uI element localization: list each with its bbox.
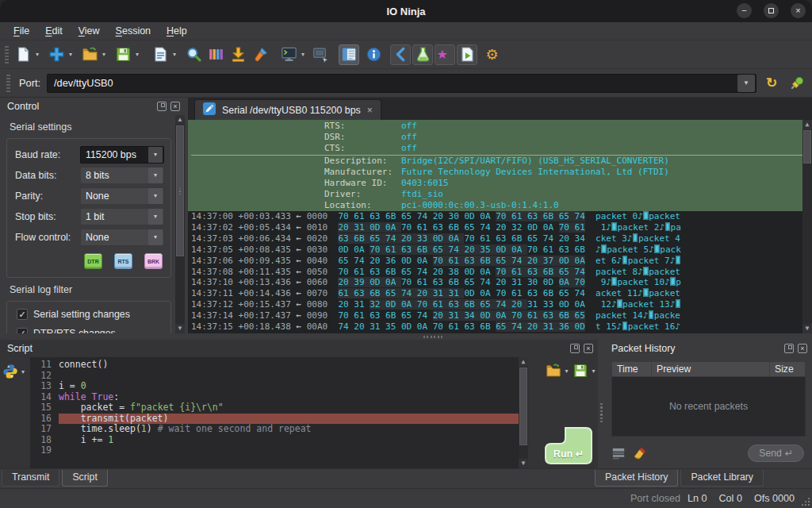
terminal-button[interactable] (278, 44, 299, 65)
run-script-button[interactable] (457, 44, 477, 65)
connect-button[interactable] (787, 73, 807, 94)
open-folder-button[interactable] (79, 44, 100, 65)
log-info-row[interactable]: Manufacturer:Future Technology Devices I… (191, 167, 802, 178)
details-button[interactable] (339, 44, 359, 65)
save-icon[interactable] (573, 363, 588, 379)
rts-button[interactable]: RTS (114, 253, 132, 269)
refresh-ports-button[interactable]: ↻ (761, 73, 782, 94)
legend-button[interactable] (205, 44, 226, 65)
scroll-up-icon[interactable]: ▲ (519, 357, 528, 367)
menu-item-session[interactable]: Session (109, 24, 158, 38)
editor-scrollbar-thumb[interactable] (519, 368, 527, 445)
log-info-row[interactable]: Location:pci-0000:0c:00.3-usb-0:1.4:1.0 (191, 200, 802, 211)
menu-item-help[interactable]: Help (159, 24, 194, 38)
chevron-down-icon[interactable]: ▾ (563, 368, 570, 375)
port-dropdown-arrow[interactable]: ▼ (737, 75, 755, 92)
resize-grip[interactable] (801, 497, 810, 506)
scroll-down-icon[interactable]: ▼ (175, 324, 185, 333)
menu-item-file[interactable]: File (6, 24, 36, 38)
chevron-down-icon[interactable]: ▾ (590, 368, 597, 375)
menu-item-view[interactable]: View (71, 24, 107, 38)
run-button[interactable]: Run ↵ (544, 427, 593, 464)
data-bits-combobox[interactable]: 8 bits▾ (80, 167, 164, 184)
log-hex-line[interactable]: 14:37:02 +00:05.434 ← 0010 20 31 0D 0A 7… (191, 222, 802, 233)
dtr-button[interactable]: DTR (84, 253, 102, 269)
checkbox-icon[interactable]: ✓ (17, 309, 28, 320)
float-panel-icon[interactable] (157, 102, 167, 111)
baud-rate-combobox[interactable]: 115200 bps▾ (80, 146, 164, 164)
log-info-row[interactable]: Hardware ID:0403:6015 (191, 178, 802, 189)
log-scrollbar[interactable]: ▲ ▼ (802, 120, 812, 333)
add-session-button[interactable] (46, 44, 67, 65)
clear-log-button[interactable] (250, 44, 270, 65)
hex-log[interactable]: 14:37:00 +00:03.433 ← 0000 70 61 63 6B 6… (188, 211, 802, 333)
info-button[interactable] (363, 44, 384, 65)
code-line[interactable]: 12 (30, 371, 519, 382)
log-info-row[interactable]: RTS:off (191, 121, 802, 132)
log-info-row[interactable]: Description:Bridge(I2C/SPI/UART/FIFO) (U… (191, 156, 802, 167)
log-hex-line[interactable]: 14:37:08 +00:11.435 ← 0050 70 61 63 6B 6… (191, 267, 802, 278)
script-language-selector[interactable]: ▾ (2, 364, 28, 381)
session-tab[interactable]: Serial /dev/ttyUSB0 115200 bps × (194, 99, 381, 120)
portbar-drag-handle[interactable] (6, 75, 10, 92)
chevron-down-icon[interactable]: ▾ (148, 147, 163, 163)
scroll-down-icon[interactable]: ▼ (519, 459, 528, 468)
code-line[interactable]: 19 (30, 445, 519, 456)
log-info-row[interactable]: Driver:ftdi_sio (191, 189, 802, 200)
export-log-button[interactable] (228, 44, 248, 65)
horizontal-splitter[interactable] (0, 333, 812, 340)
maximize-button[interactable] (764, 3, 779, 18)
scroll-up-icon[interactable]: ▲ (175, 115, 185, 125)
chevron-down-icon[interactable]: ▾ (148, 188, 163, 204)
parity-combobox[interactable]: None▾ (80, 187, 164, 205)
column-header-time[interactable]: Time (612, 362, 652, 376)
control-scrollbar[interactable]: ▲ ▼ (175, 115, 185, 333)
code-line[interactable]: 13i = 0 (30, 381, 519, 392)
port-combobox[interactable]: ▼ (47, 74, 756, 93)
send-button[interactable]: Send ↵ (748, 444, 804, 462)
dock-tab-packet-history[interactable]: Packet History (595, 470, 678, 487)
splitter-grip[interactable] (423, 336, 442, 338)
log-hex-line[interactable]: 14:37:11 +00:14.436 ← 0070 61 63 6B 65 7… (191, 288, 802, 299)
save-button[interactable] (113, 44, 133, 65)
column-header-size[interactable]: Size (770, 362, 805, 376)
session-info-selection[interactable]: RTS:offDSR:offCTS:offDescription:Bridge(… (188, 120, 802, 211)
chevron-down-icon[interactable]: ▾ (170, 51, 178, 58)
chevron-down-icon[interactable]: ▾ (148, 167, 163, 183)
code-line-current[interactable]: 16 transmit(packet) (30, 414, 519, 425)
script-editor[interactable]: 11connect()1213i = 014while True:15 pack… (30, 357, 528, 468)
log-hex-line[interactable]: 14:37:10 +00:13.436 ← 0060 20 39 0D 0A 7… (191, 277, 802, 288)
log-view[interactable]: RTS:offDSR:offCTS:offDescription:Bridge(… (188, 120, 812, 333)
log-hex-line[interactable]: 14:37:15 +00:18.438 ← 00A0 74 20 31 35 0… (191, 321, 802, 333)
log-hex-line[interactable]: 14:37:00 +00:03.433 ← 0000 70 61 63 6B 6… (191, 211, 802, 222)
scroll-up-icon[interactable]: ▲ (802, 120, 812, 129)
close-panel-icon[interactable]: × (584, 344, 593, 353)
log-hex-line[interactable]: 14:37:06 +00:09.435 ← 0040 65 74 20 36 0… (191, 256, 802, 267)
close-panel-icon[interactable]: × (798, 344, 807, 353)
port-input[interactable] (48, 77, 737, 89)
flow-control-combobox[interactable]: None▾ (80, 229, 164, 246)
splitter-grip[interactable] (600, 403, 603, 422)
minimize-button[interactable]: − (737, 3, 752, 18)
checkbox-icon[interactable]: ✓ (17, 328, 28, 333)
close-panel-icon[interactable]: × (170, 102, 180, 111)
editor-scrollbar[interactable]: ▲ ▼ (519, 357, 528, 468)
close-button[interactable]: × (791, 3, 806, 18)
chevron-down-icon[interactable]: ▾ (100, 51, 108, 58)
log-info-row[interactable]: DSR:off (191, 132, 802, 143)
chevron-down-icon[interactable]: ▾ (148, 209, 163, 225)
log-hex-line[interactable]: 14:37:03 +00:06.434 ← 0020 63 6B 65 74 2… (191, 233, 802, 244)
code-line[interactable]: 17 time.sleep(1) # wait one second and r… (30, 424, 519, 435)
new-file-button[interactable] (13, 44, 33, 65)
gear-button[interactable]: ⚙ (484, 44, 504, 65)
dock-tab-packet-library[interactable]: Packet Library (680, 470, 764, 487)
code-line[interactable]: 15 packet = f"packet {i}\r\n" (30, 402, 519, 414)
tab-close-icon[interactable]: × (367, 105, 373, 116)
float-panel-icon[interactable] (784, 344, 794, 353)
chevron-down-icon[interactable]: ▾ (19, 368, 27, 375)
chevron-down-icon[interactable]: ▾ (299, 51, 307, 58)
search-button[interactable] (183, 44, 204, 65)
code-line[interactable]: 11connect() (30, 360, 519, 371)
dock-tab-transmit[interactable]: Transmit (2, 470, 59, 487)
filter-checkbox-row[interactable]: ✓Serial setting changes (17, 309, 164, 320)
